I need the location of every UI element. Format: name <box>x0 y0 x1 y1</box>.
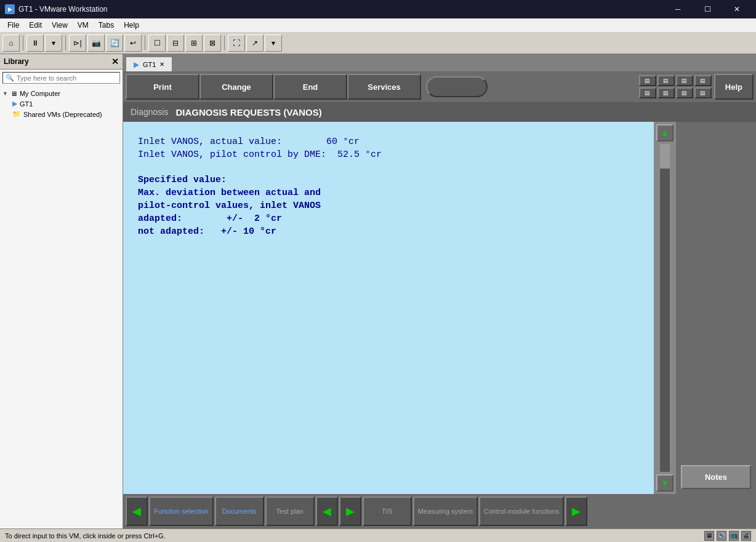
tab-gt1[interactable]: ▶ GT1 ✕ <box>126 57 172 71</box>
status-bar: To direct input to this VM, click inside… <box>0 528 756 542</box>
toolbar-sep2 <box>65 36 66 50</box>
toolbar-fullscreen-btn[interactable]: ⛶ <box>228 34 245 52</box>
title-bar: ▶ GT1 - VMware Workstation ─ ☐ ✕ <box>0 0 756 18</box>
help-button[interactable]: Help <box>714 74 754 100</box>
tab-bar: ▶ GT1 ✕ <box>123 54 756 71</box>
diag-line-4: Max. deviation between actual and <box>138 188 639 198</box>
diag-line-1: Inlet VANOS, actual value: 60 °cr <box>138 137 639 147</box>
icon-btn-6[interactable]: ▤ <box>657 87 675 98</box>
content-area: ▶ GT1 ✕ Print Change End Services ▤ ▤ ▤ … <box>123 54 756 528</box>
tree-sub: ▶ GT1 📁 Shared VMs (Deprecated) <box>2 98 120 119</box>
restore-button[interactable]: ☐ <box>693 0 722 18</box>
menu-file[interactable]: File <box>2 20 24 31</box>
next-arrow2-btn[interactable]: ▶ <box>565 496 587 526</box>
services-button[interactable]: Services <box>347 74 421 100</box>
icon-btn-8[interactable]: ▤ <box>694 87 712 98</box>
search-input[interactable] <box>17 74 117 82</box>
toolbar-snapshot-btn[interactable]: 📷 <box>87 34 105 52</box>
oval-button[interactable] <box>426 76 488 97</box>
toolbar-expand2-btn[interactable]: ▾ <box>265 34 282 52</box>
toolbar-snapshot2-btn[interactable]: 🔄 <box>106 34 123 52</box>
menu-vm[interactable]: VM <box>73 20 94 31</box>
test-plan-btn[interactable]: Test plan <box>265 496 315 526</box>
toolbar-view1-btn[interactable]: ☐ <box>148 34 166 52</box>
icon-btn-5[interactable]: ▤ <box>639 87 656 98</box>
search-icon: 🔍 <box>6 74 14 82</box>
scroll-up-arrow[interactable]: ▲ <box>656 124 674 141</box>
prev-arrow-btn[interactable]: ◀ <box>126 496 148 526</box>
menu-bar: File Edit View VM Tabs Help <box>0 18 756 32</box>
library-header: Library ✕ <box>0 54 123 70</box>
status-icon-2[interactable]: 🔊 <box>717 531 726 541</box>
tree-gt1[interactable]: ▶ GT1 <box>12 98 120 109</box>
diag-line-5: pilot-control values, inlet VANOS <box>138 201 639 211</box>
toolbar-prev-btn[interactable]: ⊳| <box>69 34 86 52</box>
toolbar-view3-btn[interactable]: ⊞ <box>185 34 203 52</box>
toolbar-view2-btn[interactable]: ⊟ <box>167 34 184 52</box>
change-button[interactable]: Change <box>199 74 273 100</box>
diagnosis-label: Diagnosis <box>131 107 168 117</box>
toolbar-chevron-btn[interactable]: ▾ <box>45 34 62 52</box>
diagnosis-content: Inlet VANOS, actual value: 60 °cr Inlet … <box>123 122 654 494</box>
icon-btn-3[interactable]: ▤ <box>676 75 693 86</box>
status-icon-3[interactable]: 📺 <box>729 531 739 541</box>
app-icon: ▶ <box>5 4 15 14</box>
icon-btn-2[interactable]: ▤ <box>657 75 675 86</box>
tree-my-computer[interactable]: ▼ 🖥 My Computer <box>2 89 120 98</box>
diag-line-3: Specified value: <box>138 175 639 185</box>
toolbar-snap3-btn[interactable]: ↩ <box>124 34 142 52</box>
toolbar-sep4 <box>224 36 225 50</box>
menu-help[interactable]: Help <box>119 20 144 31</box>
prev-arrow2-btn[interactable]: ◀ <box>316 496 338 526</box>
diagnosis-header: Diagnosis DIAGNOSIS REQUESTS (VANOS) <box>123 102 756 122</box>
main-toolbar: ⌂ ⏸ ▾ ⊳| 📷 🔄 ↩ ☐ ⊟ ⊞ ⊠ ⛶ ↗ ▾ <box>0 32 756 54</box>
bottom-toolbar: ◀ Function selection Documents Test plan… <box>123 494 756 528</box>
scroll-down-arrow[interactable]: ▼ <box>656 474 674 492</box>
menu-tabs[interactable]: Tabs <box>94 20 119 31</box>
icon-btn-4[interactable]: ▤ <box>694 75 712 86</box>
menu-edit[interactable]: Edit <box>24 20 47 31</box>
window-title: GT1 - VMware Workstation <box>18 5 107 14</box>
minimize-button[interactable]: ─ <box>664 0 692 18</box>
print-button[interactable]: Print <box>126 74 199 100</box>
control-module-btn[interactable]: Control-module functions <box>479 496 564 526</box>
scroll-track[interactable] <box>660 144 670 472</box>
vm-toolbar: Print Change End Services ▤ ▤ ▤ ▤ ▤ ▤ ▤ … <box>123 71 756 102</box>
icon-btn-7[interactable]: ▤ <box>676 87 693 98</box>
status-icon-1[interactable]: 🖥 <box>704 531 714 541</box>
folder-icon: 📁 <box>12 110 21 118</box>
notes-button[interactable]: Notes <box>681 465 751 489</box>
status-icon-4[interactable]: 🖨 <box>741 531 751 541</box>
toolbar-sep3 <box>145 36 145 50</box>
diagnosis-title: DIAGNOSIS REQUESTS (VANOS) <box>175 107 321 118</box>
library-close-btn[interactable]: ✕ <box>111 57 119 66</box>
tis-btn[interactable]: TIS <box>363 496 412 526</box>
end-button[interactable]: End <box>273 74 347 100</box>
toolbar-expand-btn[interactable]: ↗ <box>246 34 263 52</box>
toolbar-home-btn[interactable]: ⌂ <box>2 34 20 52</box>
diag-spacer <box>138 162 639 172</box>
next-arrow-btn[interactable]: ▶ <box>339 496 361 526</box>
menu-view[interactable]: View <box>47 20 73 31</box>
library-title: Library <box>4 57 29 66</box>
vm-icon: ▶ <box>12 100 17 108</box>
computer-icon: 🖥 <box>10 90 17 97</box>
diag-line-6: adapted: +/- 2 °cr <box>138 213 639 224</box>
notes-panel: Notes <box>676 122 756 494</box>
toolbar-view4-btn[interactable]: ⊠ <box>204 34 221 52</box>
diag-line-7: not adapted: +/- 10 °cr <box>138 226 639 237</box>
close-button[interactable]: ✕ <box>723 0 751 18</box>
documents-btn[interactable]: Documents <box>215 496 264 526</box>
tree-shared-vms[interactable]: 📁 Shared VMs (Deprecated) <box>12 109 120 119</box>
status-message: To direct input to this VM, click inside… <box>5 532 166 540</box>
tab-gt1-label: GT1 <box>143 61 156 68</box>
toolbar-pause-btn[interactable]: ⏸ <box>26 34 44 52</box>
shared-vms-label: Shared VMs (Deprecated) <box>23 111 102 118</box>
scroll-thumb[interactable] <box>660 144 670 169</box>
function-selection-btn[interactable]: Function selection <box>149 496 214 526</box>
vm-toolbar-right: ▤ ▤ ▤ ▤ ▤ ▤ ▤ ▤ Help <box>639 74 754 100</box>
tab-close-icon[interactable]: ✕ <box>159 61 164 68</box>
icon-btn-1[interactable]: ▤ <box>639 75 656 86</box>
measuring-system-btn[interactable]: Measuring system <box>413 496 478 526</box>
toolbar-sep1 <box>23 36 23 50</box>
